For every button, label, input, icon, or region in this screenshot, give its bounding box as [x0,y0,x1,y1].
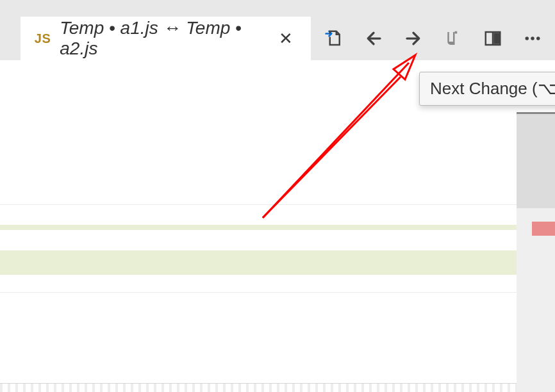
toggle-whitespace-icon[interactable] [433,17,473,60]
tooltip-text: Next Change (⌥F5) [430,79,555,98]
diff-editor[interactable] [0,60,555,392]
diff-line-added [0,225,517,230]
diff-line [0,292,517,313]
diff-line-added [0,250,517,275]
tabbar-leading-gap [0,17,21,60]
titlebar-gap [0,0,555,17]
svg-point-5 [531,37,534,40]
tooltip-next-change: Next Change (⌥F5) [419,72,555,106]
go-to-file-icon[interactable] [314,17,354,60]
minimap-change-marker [532,222,555,236]
tab-title: Temp • a1.js ↔ Temp • a2.js [60,18,266,59]
diff-bottom-hatch [0,383,517,392]
svg-point-4 [526,37,529,40]
diff-line [0,204,517,225]
next-change-icon[interactable] [393,17,433,60]
toggle-split-layout-icon[interactable] [473,17,513,60]
svg-rect-0 [455,31,458,34]
editor-tab[interactable]: JS Temp • a1.js ↔ Temp • a2.js ✕ [21,17,311,60]
more-actions-icon[interactable] [513,17,552,60]
previous-change-icon[interactable] [354,17,393,60]
minimap-viewport[interactable] [517,112,555,208]
close-icon[interactable]: ✕ [275,25,297,53]
svg-point-6 [536,37,540,40]
language-badge: JS [35,31,51,46]
svg-rect-3 [493,33,499,44]
tab-bar: JS Temp • a1.js ↔ Temp • a2.js ✕ [0,17,555,60]
editor-actions [311,17,555,60]
